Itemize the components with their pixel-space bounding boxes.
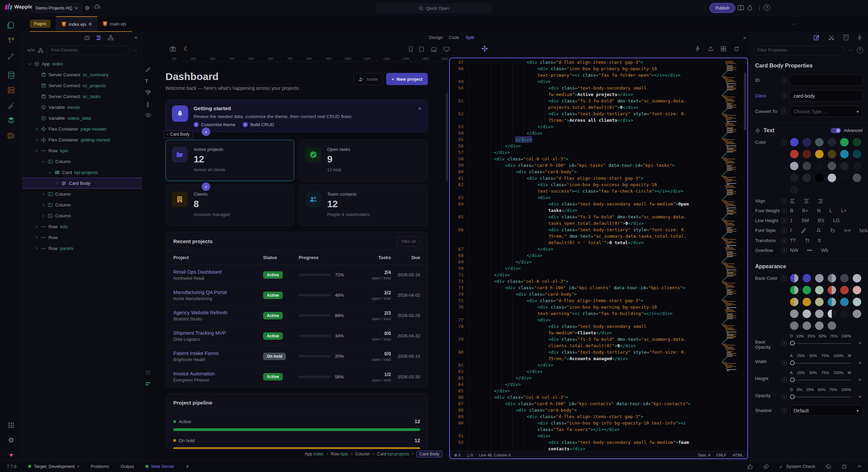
line-height-option[interactable]: BS: [818, 218, 824, 223]
heart-icon[interactable]: ♥: [6, 450, 16, 460]
tree-item-column[interactable]: Column: [22, 156, 142, 167]
overflow-option[interactable]: Wb: [821, 248, 828, 253]
color-swatch[interactable]: [790, 138, 798, 146]
getting-started-check[interactable]: ✓Customize theme: [194, 122, 235, 127]
export-icon[interactable]: [708, 46, 713, 52]
view-code-button[interactable]: Code: [449, 35, 459, 40]
color-swatch[interactable]: [828, 138, 836, 146]
flask-icon[interactable]: [145, 101, 151, 107]
project-name-link[interactable]: Retail Ops Dashboard: [173, 269, 263, 275]
back-color-swatch[interactable]: [815, 321, 824, 330]
back-color-swatch[interactable]: [803, 286, 811, 294]
tree-item-column[interactable]: Column: [22, 189, 142, 199]
refresh-icon[interactable]: [734, 46, 739, 52]
dynamic-events-icon[interactable]: [857, 35, 862, 41]
gear-icon[interactable]: ⚙: [85, 5, 90, 12]
structure-view-icon[interactable]: [38, 48, 43, 53]
color-swatch[interactable]: [815, 162, 824, 170]
view-all-button[interactable]: View all: [397, 236, 420, 247]
selection-breadcrumb-chip[interactable]: ‹Card Body: [163, 131, 193, 138]
tree-expander-icon[interactable]: [34, 235, 39, 240]
back-color-swatch[interactable]: [828, 321, 836, 330]
tree-expander-icon[interactable]: [41, 203, 45, 207]
tree-item-row[interactable]: Row: [22, 232, 142, 243]
color-swatch[interactable]: [828, 174, 836, 182]
quick-open-search[interactable]: Quick Open: [376, 3, 492, 13]
docker-icon[interactable]: [6, 131, 16, 140]
add-element-button[interactable]: +: [202, 127, 210, 136]
code-editor[interactable]: 47<div class="d-flex align-items-start g…: [449, 58, 748, 459]
device-desktop-icon[interactable]: [443, 47, 450, 52]
components-grid-icon[interactable]: [721, 46, 726, 52]
breadcrumb-current[interactable]: Card Body: [416, 451, 442, 457]
tree-item-server-connect-sc-summary[interactable]: Server Connectsc_summary: [22, 69, 142, 80]
back-color-swatch[interactable]: [853, 274, 861, 282]
back-color-swatch[interactable]: [828, 310, 836, 318]
workflows-icon[interactable]: [6, 36, 16, 45]
color-swatch[interactable]: [853, 174, 861, 182]
tab-size[interactable]: Tabs: 4: [698, 453, 710, 457]
slider-knob[interactable]: [790, 377, 795, 382]
color-swatch[interactable]: [840, 150, 849, 158]
transform-option[interactable]: Tt: [805, 238, 809, 243]
tree-expander-icon[interactable]: [41, 192, 45, 196]
table-row[interactable]: Agency Website RefreshBluebird StudioAct…: [166, 306, 428, 326]
tree-expander-icon[interactable]: [47, 170, 52, 175]
font-weight-option[interactable]: B+: [802, 208, 808, 213]
split-view-icon[interactable]: [738, 5, 744, 10]
view-design-button[interactable]: Design: [429, 35, 442, 40]
recent-projects-card[interactable]: Recent projects View all ProjectStatusPr…: [165, 232, 428, 387]
tree-item-flex-container-getting-started[interactable]: Flex Containergetting-started: [22, 134, 142, 145]
back-color-swatch[interactable]: [790, 274, 798, 282]
filter-properties-input[interactable]: [753, 45, 844, 55]
back-color-swatch[interactable]: [803, 274, 811, 282]
tab-overflow-icon[interactable]: ⋯: [792, 21, 797, 27]
panel-help-icon[interactable]: ?: [857, 47, 863, 54]
guides-toggle-icon[interactable]: [145, 382, 151, 386]
cloud-deploy-icon[interactable]: [94, 4, 101, 10]
target-selector[interactable]: Target: Development ▾: [28, 464, 79, 469]
tree-item-row-lists[interactable]: Rowlists: [22, 221, 142, 232]
database-icon[interactable]: [6, 71, 16, 80]
edit-pencil-icon[interactable]: [145, 67, 151, 73]
page-subtitle[interactable]: Welcome back — here's what's happening a…: [165, 85, 428, 91]
breadcrumb-item[interactable]: App index: [305, 452, 324, 456]
back-color-swatch[interactable]: [828, 298, 836, 306]
slider-clear-icon[interactable]: ×: [859, 394, 861, 399]
extensions-grid-icon[interactable]: [6, 420, 16, 430]
pages-panel-icon[interactable]: [6, 20, 16, 30]
expand-panel-icon[interactable]: »: [743, 35, 746, 40]
tree-expander-icon[interactable]: [34, 127, 39, 131]
color-swatch[interactable]: [803, 174, 811, 182]
find-menu-icon[interactable]: ⋯: [133, 48, 137, 53]
color-swatch[interactable]: [853, 138, 861, 146]
back-color-swatch[interactable]: [803, 310, 811, 318]
back-color-swatch[interactable]: [828, 274, 836, 282]
layers-icon[interactable]: [6, 115, 16, 125]
back-color-swatch[interactable]: [815, 298, 824, 306]
back-color-swatch[interactable]: [815, 274, 824, 282]
color-swatch[interactable]: [840, 138, 849, 146]
back-color-swatch[interactable]: [790, 286, 798, 294]
publish-button[interactable]: Publish: [709, 3, 735, 13]
breadcrumb-item[interactable]: Row kpis: [331, 452, 348, 456]
theme-droplet-icon[interactable]: [748, 5, 752, 11]
color-swatch[interactable]: [790, 162, 798, 170]
color-swatch[interactable]: [815, 138, 824, 146]
font-weight-option[interactable]: N: [817, 208, 821, 213]
color-swatch[interactable]: [790, 185, 798, 194]
slider-knob[interactable]: [790, 341, 795, 346]
table-row[interactable]: Patient Intake FormsBrightside HealthOn …: [166, 346, 428, 367]
tree-item-server-connect-sc-tasks[interactable]: Server Connectsc_tasks: [22, 91, 142, 102]
overflow-option[interactable]: NW: [790, 248, 798, 253]
class-input[interactable]: [790, 90, 863, 101]
output-button[interactable]: Output: [121, 464, 134, 469]
tab-index-ejs[interactable]: index.ejs: [56, 16, 97, 31]
transform-option[interactable]: TT: [790, 238, 796, 243]
project-name-link[interactable]: Patient Intake Forms: [173, 351, 263, 356]
advanced-toggle[interactable]: [831, 128, 841, 133]
align-left-button[interactable]: [790, 199, 796, 203]
kpi-card-open-tasks[interactable]: Open tasks913 total: [299, 140, 428, 181]
color-swatch[interactable]: [790, 174, 798, 182]
text-tool-icon[interactable]: T: [145, 78, 148, 84]
